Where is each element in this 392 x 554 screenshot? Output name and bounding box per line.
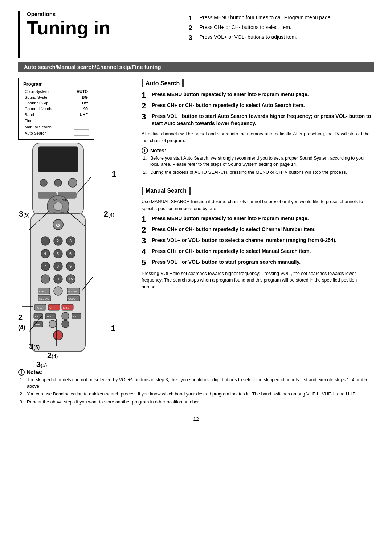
svg-point-2 xyxy=(40,179,47,186)
bottom-note-1: The skipped channels can not be selected… xyxy=(27,377,374,390)
manual-search-step5-desc: Pressing VOL+ the set searches towards h… xyxy=(142,270,374,291)
auto-search-title: Auto Search xyxy=(146,80,180,87)
bottom-notes-header: i Notes: xyxy=(18,369,374,376)
page: Operations Tuning in Press MENU button f… xyxy=(0,0,392,554)
title-bar-decoration xyxy=(18,11,20,58)
svg-point-65 xyxy=(53,331,63,340)
bottom-note-2: You can use Band selection to quicken se… xyxy=(27,391,374,398)
manual-search-heading: Manual Search xyxy=(142,187,374,195)
header-left: Operations Tuning in xyxy=(27,11,181,38)
auto-search-notes-header: i Notes: xyxy=(142,147,374,154)
auto-search-steps: 1 Press MENU button repeatedly to enter … xyxy=(142,91,374,127)
manual-search-step-3: 3 Press VOL+ or VOL- button to select a … xyxy=(142,237,374,245)
page-number: 12 xyxy=(18,416,374,422)
instructions-column: Auto Search 1 Press MENU button repeated… xyxy=(142,78,374,362)
svg-point-8 xyxy=(54,202,62,211)
svg-text:SLP: SLP xyxy=(46,315,52,318)
svg-point-58 xyxy=(62,312,69,320)
diagram-label-1-right: 1 xyxy=(111,324,115,333)
svg-text:CH+: CH+ xyxy=(62,198,68,202)
svg-text:AV: AV xyxy=(35,315,38,318)
diagram-label-3-top: 3(5) xyxy=(19,209,29,219)
svg-text:VOL-: VOL- xyxy=(53,198,60,202)
diagram-label-3-bot-a: 3(5) xyxy=(29,342,40,351)
svg-text:CH+: CH+ xyxy=(49,306,56,309)
header-step-2: Press CH+ or CH- buttons to select item. xyxy=(188,24,374,32)
bottom-notes-list: The skipped channels can not be selected… xyxy=(18,377,374,405)
table-row: Channel Number99 xyxy=(24,106,89,111)
svg-text:9: 9 xyxy=(69,264,72,268)
svg-point-63 xyxy=(49,320,56,328)
program-box-title: Program xyxy=(23,81,89,87)
header-steps-list: Press MENU button four times to call Pro… xyxy=(188,15,374,42)
svg-text:REVEAL: REVEAL xyxy=(39,297,49,300)
section-divider xyxy=(142,181,374,181)
info-icon: i xyxy=(142,147,148,154)
svg-text:5: 5 xyxy=(57,251,59,256)
auto-search-step-2: 2 Press CH+ or CH- button repeatedly to … xyxy=(142,102,374,110)
svg-text:3: 3 xyxy=(69,239,72,243)
svg-text:4: 4 xyxy=(44,251,46,256)
heading-bar-left xyxy=(142,79,143,87)
table-row: BandUHF xyxy=(24,112,89,117)
table-row: Channel SkipOff xyxy=(24,100,89,106)
svg-text:+/-: +/- xyxy=(69,277,73,281)
manual-search-step-4: 4 Press CH+ or CH- button repeatedly to … xyxy=(142,248,374,256)
manual-search-step-2: 2 Press CH+ or CH- button repeatedly to … xyxy=(142,226,374,234)
svg-text:HOLD: HOLD xyxy=(36,307,42,309)
auto-search-step-1: 1 Press MENU button repeatedly to enter … xyxy=(142,91,374,99)
auto-search-step-3: 3 Press VOL+ button to start Auto Search… xyxy=(142,113,374,127)
table-row: Color SystemAUTO xyxy=(24,89,89,94)
svg-point-3 xyxy=(54,179,62,186)
svg-text:7: 7 xyxy=(44,264,46,268)
auto-search-notes-list: Before you start Auto Search, we strongl… xyxy=(142,155,374,176)
diagram-label-2-left: 2(4) xyxy=(18,313,25,332)
page-title: Tuning in xyxy=(27,18,181,38)
svg-text:CAL: CAL xyxy=(39,290,45,293)
svg-point-34 xyxy=(41,275,50,283)
manual-search-step-5: 5 Press VOL+ or VOL- button to start pro… xyxy=(142,259,374,267)
program-table: Color SystemAUTO Sound SystemBG Channel … xyxy=(23,88,89,136)
auto-search-heading: Auto Search xyxy=(142,79,374,87)
auto-search-notes: i Notes: Before you start Auto Search, w… xyxy=(142,147,374,176)
svg-text:8: 8 xyxy=(57,264,59,268)
bottom-info-icon: i xyxy=(18,369,25,376)
svg-point-4 xyxy=(68,178,77,187)
manual-search-description: Use MANUAL SEARCH function if desired ch… xyxy=(142,198,374,212)
heading-bar-left-2 xyxy=(142,187,143,195)
header-steps: Press MENU button four times to call Pro… xyxy=(181,11,374,44)
main-content: Program Color SystemAUTO Sound SystemBG … xyxy=(18,78,374,362)
header-step-3: Press VOL+ or VOL- buttons to adjust ite… xyxy=(188,34,374,42)
manual-search-step-1: 1 Press MENU button repeatedly to enter … xyxy=(142,215,374,223)
remote-diagram: VOL- CH+ VOL+ CH- ⏻ 1 2 xyxy=(18,143,116,362)
svg-text:6: 6 xyxy=(69,251,72,256)
diagram-label-2-top: 2(4) xyxy=(104,209,114,219)
auto-search-note-1: Before you start Auto Search, we strongl… xyxy=(150,155,374,168)
svg-text:1: 1 xyxy=(44,239,46,243)
table-row: Manual Search xyxy=(24,124,89,130)
manual-search-steps: 1 Press MENU button repeatedly to enter … xyxy=(142,215,374,267)
remote-svg: VOL- CH+ VOL+ CH- ⏻ 1 2 xyxy=(18,143,98,361)
header-step-1: Press MENU button four times to call Pro… xyxy=(188,15,374,22)
header: Operations Tuning in Press MENU button f… xyxy=(18,11,374,58)
table-row: Fine xyxy=(24,118,89,123)
svg-text:0: 0 xyxy=(57,277,59,281)
manual-search-title: Manual Search xyxy=(146,188,187,194)
auto-search-note-2: During the process of AUTO SEARCH, press… xyxy=(150,169,374,176)
program-box: Program Color SystemAUTO Sound SystemBG … xyxy=(18,78,94,140)
diagram-label-3-bot-b: 3(5) xyxy=(36,360,47,369)
diagram-label-2-bot: 2(4) xyxy=(47,351,58,360)
svg-rect-1 xyxy=(38,147,78,172)
svg-text:UNDO: UNDO xyxy=(68,297,76,300)
svg-point-41 xyxy=(54,287,62,295)
heading-bar-right xyxy=(182,79,184,87)
auto-search-description: All active channels will be preset and s… xyxy=(142,131,374,144)
operations-label: Operations xyxy=(27,11,181,17)
heading-bar-right-2 xyxy=(189,187,191,195)
section-header-bar: Auto search/Manual search/Channel skip/F… xyxy=(18,62,374,72)
svg-text:GAME: GAME xyxy=(68,290,77,293)
svg-text:⏻: ⏻ xyxy=(56,223,60,227)
bottom-note-3: Repeat the above steps if you want to st… xyxy=(27,399,374,406)
bottom-notes: i Notes: The skipped channels can not be… xyxy=(18,369,374,405)
table-row: Auto Search xyxy=(24,130,89,136)
